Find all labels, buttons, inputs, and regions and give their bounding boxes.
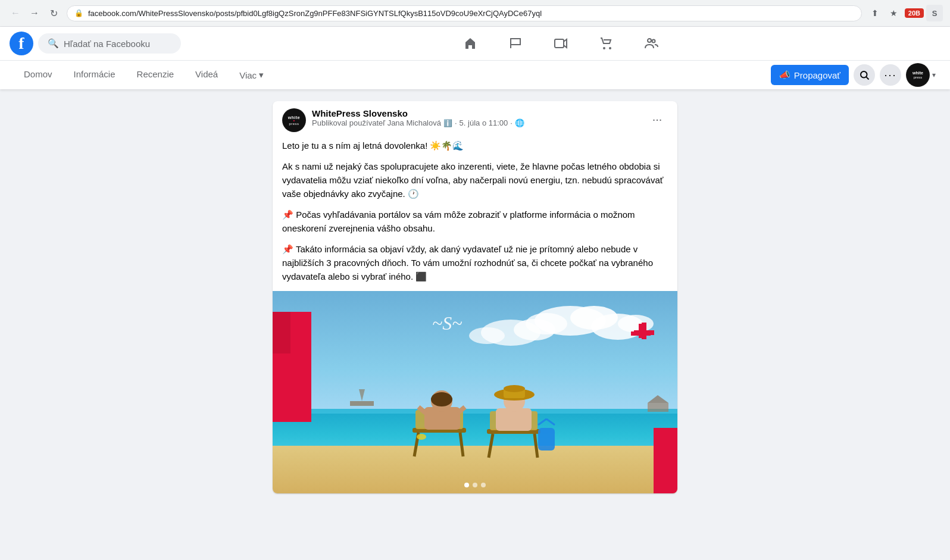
- nav-recenzie[interactable]: Recenzie: [127, 61, 184, 89]
- search-icon: 🔍: [48, 38, 59, 49]
- svg-point-39: [431, 392, 452, 406]
- nav-videa[interactable]: Videá: [186, 61, 227, 89]
- avatar: white press: [906, 63, 930, 87]
- browser-chrome: ← → ↻ 🔒 facebook.com/WhitePressSlovensko…: [0, 0, 950, 27]
- post-container: white ■ press WhitePress Slovensko Publi…: [273, 101, 677, 560]
- svg-point-16: [514, 319, 555, 340]
- post-image[interactable]: ~S~: [273, 291, 677, 493]
- address-bar[interactable]: 🔒 facebook.com/WhitePressSlovensko/posts…: [67, 5, 862, 21]
- svg-rect-50: [538, 428, 555, 450]
- page-nav-right: 📣 Propagovať ··· white press ▾: [771, 63, 936, 87]
- propagovat-icon: 📣: [779, 70, 790, 80]
- reload-button[interactable]: ↻: [45, 5, 62, 21]
- nav-home[interactable]: [449, 32, 492, 55]
- svg-rect-21: [273, 409, 677, 414]
- carousel-dot-3[interactable]: [481, 483, 486, 487]
- browser-top-bar: ← → ↻ 🔒 facebook.com/WhitePressSlovensko…: [0, 0, 950, 26]
- browser-nav-buttons: ← → ↻: [7, 5, 62, 21]
- svg-rect-18: [350, 401, 374, 406]
- propagovat-button[interactable]: 📣 Propagovať: [771, 65, 849, 85]
- post-sub-meta: Publikoval používateľ Jana Michalová ℹ️ …: [312, 118, 640, 127]
- svg-point-40: [417, 434, 426, 440]
- nav-video[interactable]: [539, 32, 582, 55]
- s-extension-button[interactable]: S: [926, 5, 943, 21]
- extension-badge[interactable]: 20B: [905, 8, 924, 18]
- back-button[interactable]: ←: [7, 5, 24, 21]
- post-author-avatar[interactable]: white ■ press: [282, 108, 306, 132]
- carousel-dot-2[interactable]: [473, 483, 477, 487]
- svg-line-8: [866, 77, 868, 79]
- post-card: white ■ press WhitePress Slovensko Publi…: [273, 101, 677, 493]
- wp-logo: white ■ press: [283, 109, 305, 132]
- browser-actions: ⬆ ★ 20B S: [867, 5, 943, 21]
- beach-svg: ~S~: [273, 291, 677, 493]
- page-nav-bar: Domov Informácie Recenzie Videá Viac ▾ 📣…: [0, 60, 950, 89]
- info-icon: ℹ️: [443, 119, 452, 127]
- nav-domov[interactable]: Domov: [14, 61, 62, 89]
- svg-rect-29: [631, 331, 651, 336]
- nav-informacie[interactable]: Informácie: [64, 61, 125, 89]
- fb-header-top: f 🔍 Hľadať na Facebooku: [0, 27, 950, 60]
- nav-more[interactable]: Viac ▾: [230, 61, 273, 89]
- svg-text:~S~: ~S~: [432, 312, 462, 334]
- post-meta: WhitePress Slovensko Publikoval používat…: [312, 108, 640, 127]
- chevron-down-icon: ▾: [932, 71, 936, 79]
- post-author-name[interactable]: WhitePress Slovensko: [312, 108, 640, 118]
- post-paragraph-3: 📌 Počas vyhľadávania portálov sa vám môž…: [282, 208, 668, 236]
- beach-image: ~S~: [273, 291, 677, 493]
- main-content: white ■ press WhitePress Slovensko Publi…: [0, 89, 950, 560]
- post-paragraph-2: Ak s nami už nejaký čas spolupracujete a…: [282, 160, 668, 201]
- page-avatar-button[interactable]: white press ▾: [906, 63, 936, 87]
- fb-nav-center: [186, 32, 936, 55]
- svg-point-7: [861, 71, 867, 78]
- more-options-button[interactable]: ···: [880, 64, 901, 86]
- url-text: facebook.com/WhitePressSlovensko/posts/p…: [88, 9, 854, 18]
- svg-rect-24: [273, 312, 290, 353]
- svg-point-14: [618, 315, 654, 333]
- nav-flag[interactable]: [494, 32, 537, 55]
- svg-point-17: [469, 327, 505, 344]
- post-header: white ■ press WhitePress Slovensko Publi…: [273, 101, 677, 139]
- svg-point-3: [604, 48, 605, 49]
- bookmark-button[interactable]: ★: [886, 5, 902, 21]
- post-paragraph-1: Leto je tu a s ním aj letná dovolenka! ☀…: [282, 139, 668, 153]
- search-bar[interactable]: 🔍 Hľadať na Facebooku: [38, 33, 181, 54]
- svg-rect-53: [648, 403, 668, 412]
- globe-icon: 🌐: [515, 118, 524, 127]
- facebook-logo[interactable]: f: [10, 32, 33, 55]
- facebook-header: f 🔍 Hľadať na Facebooku: [0, 27, 950, 89]
- svg-point-4: [610, 48, 611, 49]
- svg-rect-28: [639, 324, 643, 338]
- chevron-down-icon: ▾: [259, 70, 264, 80]
- post-more-button[interactable]: ···: [646, 108, 668, 130]
- carousel-dots: [464, 483, 486, 487]
- share-button[interactable]: ⬆: [867, 5, 883, 21]
- nav-groups[interactable]: [630, 32, 673, 55]
- nav-shop[interactable]: [585, 32, 627, 55]
- post-paragraph-4: 📌 Takáto informácia sa objaví vždy, ak d…: [282, 243, 668, 284]
- search-page-button[interactable]: [854, 64, 875, 86]
- forward-button[interactable]: →: [26, 5, 43, 21]
- svg-point-6: [652, 40, 655, 43]
- svg-point-49: [504, 385, 525, 392]
- svg-rect-25: [654, 428, 677, 493]
- carousel-dot-1[interactable]: [464, 483, 469, 487]
- lock-icon: 🔒: [74, 9, 83, 17]
- svg-point-5: [648, 39, 651, 42]
- svg-rect-1: [555, 39, 564, 48]
- svg-rect-9: [273, 291, 677, 422]
- post-body: Leto je tu a s ním aj letná dovolenka! ☀…: [273, 139, 677, 291]
- search-placeholder-text: Hľadať na Facebooku: [64, 39, 150, 49]
